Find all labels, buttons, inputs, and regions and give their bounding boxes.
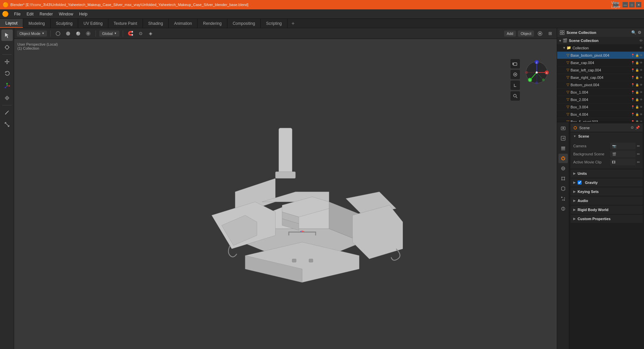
tab-rendering[interactable]: Rendering [198, 19, 227, 28]
bg-scene-edit-icon[interactable]: ✏ [637, 152, 640, 156]
item-4-actions: 📍 🔒 👁 [631, 83, 643, 87]
gizmo-toggle[interactable]: ⊞ [546, 30, 554, 38]
prop-tab-object[interactable] [558, 174, 568, 183]
outliner-item-3[interactable]: ▽ Base_right_cap.004 📍 🔒 👁 [557, 74, 644, 81]
close-button[interactable]: ✕ [636, 2, 641, 7]
menu-help[interactable]: Help [76, 11, 90, 17]
prop-tab-particles[interactable] [558, 194, 568, 203]
grab-mode[interactable] [511, 81, 520, 90]
object-menu[interactable]: Object [518, 31, 534, 37]
outliner-item-8[interactable]: ▽ Box_4.004 📍 🔒 👁 [557, 111, 644, 118]
gravity-checkbox[interactable] [578, 181, 582, 185]
maximize-button[interactable]: □ [629, 2, 635, 7]
tab-uv-editing[interactable]: UV Editing [78, 19, 108, 28]
scene-section-toggle[interactable]: ▼ Scene [571, 132, 643, 140]
outliner-content[interactable]: ▼ 🎬 Scene Collection 👁 ▼ 📁 Collection 👁 [557, 37, 644, 122]
menu-file[interactable]: File [11, 11, 23, 17]
prop-tab-render[interactable] [558, 123, 568, 133]
prop-tab-view-layer[interactable] [558, 144, 568, 153]
prop-tab-world[interactable] [558, 164, 568, 173]
tool-scale[interactable] [1, 80, 13, 92]
outliner-item-4[interactable]: ▽ Bottom_pivot.004 📍 🔒 👁 [557, 81, 644, 89]
movie-clip-value[interactable]: 🎞 [610, 159, 636, 165]
tab-sculpting[interactable]: Sculpting [51, 19, 78, 28]
tab-compositing[interactable]: Compositing [227, 19, 261, 28]
camera-perspective-toggle[interactable] [511, 59, 520, 68]
camera-label: Camera [573, 144, 610, 148]
proportional-edit[interactable]: ⊙ [137, 30, 145, 38]
svg-point-79 [545, 70, 549, 74]
scene-pin-icon[interactable]: 📌 [635, 126, 640, 130]
search-viewport[interactable] [511, 91, 520, 101]
rigid-body-toggle[interactable]: ▶ Rigid Body World [571, 206, 643, 214]
audio-section-toggle[interactable]: ▶ Audio [571, 197, 643, 205]
svg-point-15 [9, 85, 10, 87]
camera-focus[interactable] [511, 70, 520, 79]
tool-transform[interactable] [1, 92, 13, 104]
viewport-shading-lp[interactable] [74, 30, 82, 38]
tab-modeling[interactable]: Modeling [23, 19, 51, 28]
global-local-toggle[interactable]: Global ▼ [99, 31, 119, 37]
object-mode-dropdown[interactable]: Object Mode ▼ [17, 31, 47, 37]
transform-pivot[interactable]: ◈ [147, 30, 155, 38]
custom-props-toggle[interactable]: ▶ Custom Properties [571, 215, 643, 223]
keying-sets-arrow: ▶ [573, 190, 576, 193]
tab-scripting[interactable]: Scripting [261, 19, 287, 28]
tab-shading[interactable]: Shading [143, 19, 169, 28]
units-section-toggle[interactable]: ▶ Units [571, 169, 643, 178]
scene-collection-root[interactable]: ▼ 🎬 Scene Collection 👁 [557, 37, 644, 44]
scene-collection-label: Scene Collection [569, 39, 599, 43]
tool-cursor[interactable] [1, 42, 13, 53]
camera-edit-icon[interactable]: ✏ [637, 144, 640, 148]
prop-tab-modifier[interactable] [558, 184, 568, 193]
minimize-button[interactable]: — [623, 2, 628, 7]
viewport-shading-rendered[interactable] [84, 30, 92, 38]
camera-value[interactable]: 📷 [610, 143, 636, 149]
movie-clip-edit-icon[interactable]: ✏ [637, 160, 640, 164]
bg-scene-label: Background Scene [573, 152, 610, 156]
outliner-item-1[interactable]: ▽ Base_cap.004 📍 🔒 👁 [557, 59, 644, 66]
menu-edit[interactable]: Edit [24, 11, 36, 17]
outliner-item-5[interactable]: ▽ Box_1.004 📍 🔒 👁 [557, 89, 644, 96]
tab-layout[interactable]: Layout [0, 19, 23, 28]
svg-rect-41 [14, 39, 115, 89]
collection-vis[interactable]: 👁 [639, 46, 643, 50]
svg-rect-66 [275, 172, 296, 179]
tab-texture-paint[interactable]: Texture Paint [108, 19, 143, 28]
outliner-item-6[interactable]: ▽ Box_2.004 📍 🔒 👁 [557, 96, 644, 103]
scene-section-header: Scene ⚙ 📌 [571, 123, 643, 132]
outliner-item-2[interactable]: ▽ Base_left_cap.004 📍 🔒 👁 [557, 66, 644, 74]
tab-add-button[interactable]: + [287, 19, 299, 28]
gravity-section-toggle[interactable]: ▶ Gravity [571, 179, 643, 187]
outliner-item-7[interactable]: ▽ Box_3.004 📍 🔒 👁 [557, 103, 644, 111]
tool-select[interactable] [1, 30, 13, 41]
tool-annotate[interactable] [1, 107, 13, 118]
outliner-item-9[interactable]: ▽ Box_5_pivot.003 📍 🔒 👁 [557, 118, 644, 122]
outliner-collection[interactable]: ▼ 📁 Collection 👁 [557, 44, 644, 52]
bg-scene-value[interactable]: 🎬 [610, 151, 636, 157]
overlay-toggle[interactable] [536, 30, 544, 38]
snap-toggle[interactable]: 🧲 [126, 30, 135, 38]
scene-collection-vis-icon[interactable]: 👁 [639, 39, 643, 43]
svg-point-107 [562, 157, 564, 158]
keying-sets-toggle[interactable]: ▶ Keying Sets [571, 188, 643, 196]
navigation-gizmo[interactable]: X Y Z [523, 59, 550, 86]
tool-rotate[interactable] [1, 68, 13, 80]
tool-measure[interactable] [1, 119, 13, 130]
outliner-settings-icon[interactable]: ⚙ [638, 30, 641, 35]
tool-move[interactable] [1, 56, 13, 67]
viewport-shading-solid[interactable] [64, 30, 72, 38]
scene-settings-icon[interactable]: ⚙ [631, 126, 634, 130]
viewport-shading-wireframe[interactable] [54, 30, 62, 38]
prop-tab-output[interactable] [558, 134, 568, 143]
menu-window[interactable]: Window [56, 11, 76, 17]
outliner-filter-icon[interactable]: 🔍 [631, 30, 636, 35]
outliner-item-0[interactable]: ▽ Base_bottom_pivot.004 📍 🔒 👁 [557, 52, 644, 59]
header-separator-1 [50, 31, 51, 37]
add-menu[interactable]: Add [504, 31, 516, 37]
tab-animation[interactable]: Animation [169, 19, 198, 28]
prop-tab-scene[interactable] [558, 154, 568, 163]
prop-tab-physics[interactable] [558, 204, 568, 213]
3d-viewport[interactable]: User Perspective (Local) (1) Collection [14, 39, 557, 349]
menu-render[interactable]: Render [37, 11, 55, 17]
